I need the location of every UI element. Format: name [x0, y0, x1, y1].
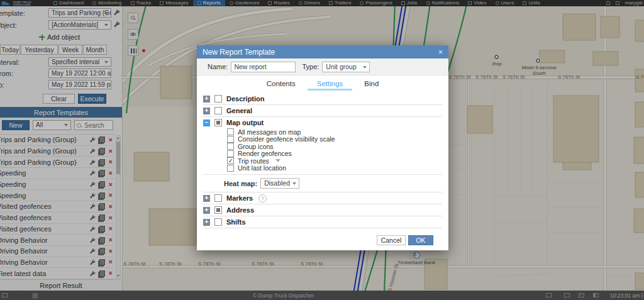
- map-output-options: All messages on map Consider geofence vi…: [227, 128, 442, 172]
- close-icon[interactable]: ×: [438, 48, 443, 56]
- heat-map-row: Heat map: Disabled: [203, 175, 442, 192]
- app-screen: DUMP TRUCK DISPATCHER Dashboard Monitori…: [0, 0, 644, 300]
- geofence-visibility-checkbox[interactable]: [227, 136, 234, 143]
- section-description: Description: [203, 93, 442, 105]
- dialog-body: Description General Map output All messa…: [197, 92, 448, 228]
- name-label: Name:: [208, 63, 228, 70]
- markers-checkbox[interactable]: [214, 194, 222, 202]
- section-label: Map output: [226, 119, 264, 126]
- all-messages-checkbox[interactable]: [227, 128, 234, 135]
- expand-icon[interactable]: [203, 108, 210, 114]
- dialog-title: New Report Template: [203, 48, 275, 57]
- expand-icon[interactable]: [203, 219, 210, 226]
- report-type-select[interactable]: Unit group: [322, 62, 370, 72]
- expand-icon[interactable]: [203, 96, 210, 103]
- dialog-tabs: Contents Settings Bind: [197, 75, 448, 92]
- section-label: General: [226, 107, 252, 114]
- section-markers: Markers ?: [203, 192, 442, 204]
- new-report-template-dialog: New Report Template × Name: Type: Unit g…: [197, 45, 448, 250]
- type-label: Type:: [302, 63, 319, 70]
- section-label: Markers: [226, 194, 253, 202]
- expand-icon[interactable]: [203, 207, 210, 214]
- dialog-form-row: Name: Type: Unit group: [197, 58, 448, 75]
- expand-icon[interactable]: [203, 195, 210, 202]
- tab-contents[interactable]: Contents: [265, 77, 297, 91]
- help-icon[interactable]: ?: [258, 194, 267, 203]
- render-geofences-checkbox[interactable]: [227, 150, 234, 157]
- heat-map-label: Heat map:: [224, 180, 257, 187]
- heat-map-select[interactable]: Disabled: [260, 178, 299, 189]
- unit-last-location-checkbox[interactable]: [227, 165, 234, 172]
- collapse-icon[interactable]: [203, 119, 210, 126]
- description-checkbox[interactable]: [214, 95, 222, 103]
- report-name-input[interactable]: [231, 62, 296, 72]
- tab-bind[interactable]: Bind: [363, 77, 380, 91]
- section-label: Address: [226, 206, 254, 214]
- section-general: General: [203, 105, 442, 117]
- group-icons-checkbox[interactable]: [227, 143, 234, 150]
- shifts-checkbox[interactable]: [214, 218, 222, 226]
- address-checkbox[interactable]: [214, 206, 222, 214]
- cancel-button[interactable]: Cancel: [377, 235, 406, 245]
- tab-settings[interactable]: Settings: [316, 77, 345, 91]
- section-address: Address: [203, 204, 442, 216]
- general-checkbox[interactable]: [214, 107, 222, 114]
- section-label: Description: [226, 95, 265, 103]
- dialog-actions: Cancel OK: [377, 235, 433, 245]
- map-output-checkbox[interactable]: [214, 119, 222, 126]
- section-label: Shifts: [226, 218, 246, 226]
- trip-routes-checkbox[interactable]: [227, 157, 234, 164]
- ok-button[interactable]: OK: [408, 235, 433, 245]
- section-map-output: Map output All messages on map Consider …: [203, 117, 442, 175]
- dialog-titlebar: New Report Template ×: [197, 45, 448, 58]
- filter-icon[interactable]: [275, 159, 280, 162]
- section-shifts: Shifts: [203, 216, 442, 228]
